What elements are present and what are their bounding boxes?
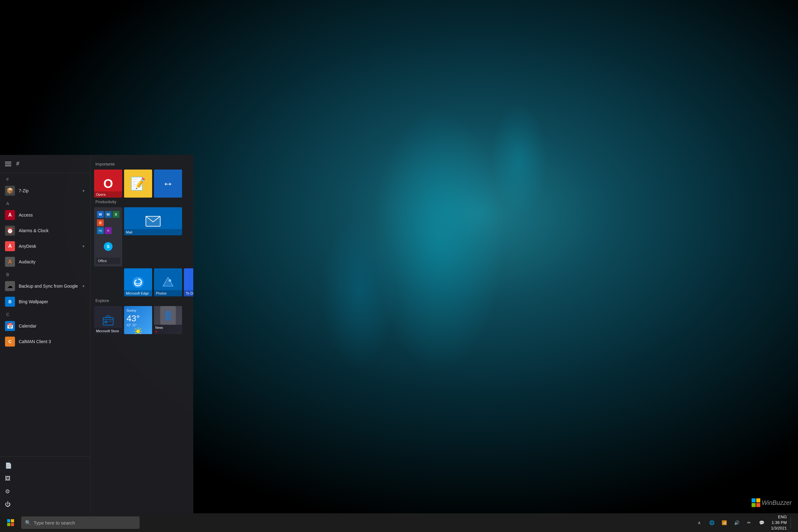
app-icon-audacity: A xyxy=(5,257,15,267)
svg-rect-3 xyxy=(146,216,160,226)
explore-tiles-row: Microsoft Store Sunny 43° 43° 32° xyxy=(94,306,190,334)
app-item-anydesk[interactable]: A AnyDesk ▼ xyxy=(0,239,90,254)
tile-todo[interactable]: To Do xyxy=(184,268,193,297)
tile-news[interactable]: 👤 News ■ xyxy=(154,306,182,334)
app-name-bingwallpaper: Bing Wallpaper xyxy=(19,299,85,304)
app-item-backupsync[interactable]: ☁ Backup and Sync from Google ▼ xyxy=(0,278,90,294)
app-item-calendar[interactable]: 📅 Calendar xyxy=(0,318,90,334)
tile-weather[interactable]: Sunny 43° 43° 32° xyxy=(124,306,152,334)
app-list-header: # xyxy=(0,155,90,173)
power-button[interactable]: ⏻ xyxy=(0,498,90,511)
winbuzzer-watermark: WinBuzzer xyxy=(752,498,792,507)
tile-store-label: Microsoft Store xyxy=(94,328,122,334)
news-content: 👤 News ■ xyxy=(154,306,182,334)
weather-hilo: 43° 32° xyxy=(127,323,150,327)
app-item-7zip[interactable]: 📦 7-Zip ▼ xyxy=(0,183,90,198)
news-label: News xyxy=(155,326,181,329)
app-name-calendar: Calendar xyxy=(19,323,85,328)
move-ios-icon-area: ↔ xyxy=(154,170,182,197)
file-explorer-button[interactable]: 📄 xyxy=(0,459,90,472)
chevron-up-icon[interactable]: ∧ xyxy=(694,517,705,528)
app-item-alarmsclock[interactable]: ⏰ Alarms & Clock xyxy=(0,223,90,239)
app-name-anydesk: AnyDesk xyxy=(19,244,78,249)
svg-text:O: O xyxy=(99,221,102,224)
app-icon-access: A xyxy=(5,210,15,220)
news-badge: ■ xyxy=(155,330,181,333)
svg-point-7 xyxy=(169,279,171,282)
app-icon-backupsync: ☁ xyxy=(5,281,15,291)
news-image: 👤 xyxy=(154,306,182,325)
section-letter-c: C xyxy=(0,309,90,318)
settings-icon: ⚙ xyxy=(5,488,10,495)
tile-move-ios[interactable]: ↔ xyxy=(154,170,182,197)
tile-store[interactable]: Microsoft Store xyxy=(94,306,122,334)
file-explorer-icon: 📄 xyxy=(5,462,12,469)
svg-line-20 xyxy=(135,333,136,334)
onenote-icon: N xyxy=(105,227,112,234)
excel-icon: X xyxy=(113,211,119,218)
search-bar[interactable]: 🔍 Type here to search xyxy=(21,516,140,529)
office-apps-grid: W W X O Pp N xyxy=(97,210,119,235)
app-item-calman[interactable]: C CalMAN Client 3 xyxy=(0,334,90,349)
weather-content: Sunny 43° 43° 32° xyxy=(124,306,152,334)
app-item-audacity[interactable]: A Audacity xyxy=(0,254,90,270)
clock-date: 1/3/2021 xyxy=(771,526,787,531)
skype-icon-area: S xyxy=(104,242,113,251)
network-icon[interactable]: 🌐 xyxy=(706,517,717,528)
app-expand-anydesk: ▼ xyxy=(82,245,85,248)
tile-todo-label: To Do xyxy=(184,290,193,297)
winbuzzer-text: WinBuzzer xyxy=(762,499,792,507)
tile-edge[interactable]: Microsoft Edge xyxy=(124,268,152,297)
svg-rect-11 xyxy=(109,321,112,322)
outlook-icon: W xyxy=(97,211,104,218)
taskbar-right: ∧ 🌐 📶 🔊 ✏ 💬 ENG 1:36 PM 1/3/2021 xyxy=(694,514,796,531)
tile-photos[interactable]: Photos xyxy=(154,268,182,297)
tile-sticky-notes[interactable]: 📝 xyxy=(124,170,152,197)
search-icon: 🔍 xyxy=(25,520,31,526)
settings-button[interactable]: ⚙ xyxy=(0,485,90,498)
tile-mail[interactable]: Mail xyxy=(124,207,182,235)
tile-mail-label: Mail xyxy=(124,229,182,235)
app-icon-calendar: 📅 xyxy=(5,321,15,331)
tile-opera[interactable]: O Opera xyxy=(94,170,122,197)
show-desktop-button[interactable] xyxy=(791,517,793,528)
section-letter-a: A xyxy=(0,198,90,207)
start-button[interactable] xyxy=(2,515,19,531)
clock-time: 1:36 PM xyxy=(772,520,787,526)
clock-language: ENG xyxy=(778,514,787,520)
weather-temp: 43° xyxy=(127,314,150,323)
clock-area[interactable]: ENG 1:36 PM 1/3/2021 xyxy=(768,514,789,531)
app-expand-7zip: ▼ xyxy=(82,189,85,193)
action-center-icon[interactable]: 💬 xyxy=(756,517,767,528)
section-explore: Explore xyxy=(94,298,190,303)
tile-office[interactable]: W W X O Pp N S Office xyxy=(94,207,122,266)
power-icon: ⏻ xyxy=(5,501,11,508)
wifi-icon[interactable]: 📶 xyxy=(719,517,730,528)
app-icon-alarmsclock: ⏰ xyxy=(5,226,15,235)
app-item-access[interactable]: A Access xyxy=(0,207,90,223)
app-name-alarmsclock: Alarms & Clock xyxy=(19,228,85,233)
section-productivity: Productivity xyxy=(94,200,190,204)
app-expand-backupsync: ▼ xyxy=(82,285,85,288)
photos-bottom-icon: 🖼 xyxy=(5,475,11,482)
photos-bottom-button[interactable]: 🖼 xyxy=(0,472,90,485)
app-name-audacity: Audacity xyxy=(19,259,85,264)
app-list: # 📦 7-Zip ▼ A A Access ⏰ Alarms & xyxy=(0,173,90,456)
tile-photos-label: Photos xyxy=(154,290,182,297)
productivity-tiles-row: W W X O Pp N S Office xyxy=(94,207,190,266)
app-name-access: Access xyxy=(19,212,85,217)
pen-icon[interactable]: ✏ xyxy=(743,517,755,528)
sound-icon[interactable]: 🔊 xyxy=(731,517,742,528)
app-icon-7zip: 📦 xyxy=(5,186,15,196)
powerpoint-icon: Pp xyxy=(97,227,104,234)
app-item-bingwallpaper[interactable]: B Bing Wallpaper xyxy=(0,294,90,309)
svg-point-12 xyxy=(136,329,140,333)
svg-line-18 xyxy=(140,333,141,334)
tile-office-label: Office xyxy=(96,258,120,264)
news-label-area: News ■ xyxy=(154,325,182,334)
weather-condition: Sunny xyxy=(127,308,150,312)
winbuzzer-logo xyxy=(752,498,760,507)
weather-sun-icon xyxy=(127,327,150,334)
hamburger-button[interactable] xyxy=(5,162,11,166)
app-list-panel: # # 📦 7-Zip ▼ A A Access ⏰ xyxy=(0,155,90,513)
